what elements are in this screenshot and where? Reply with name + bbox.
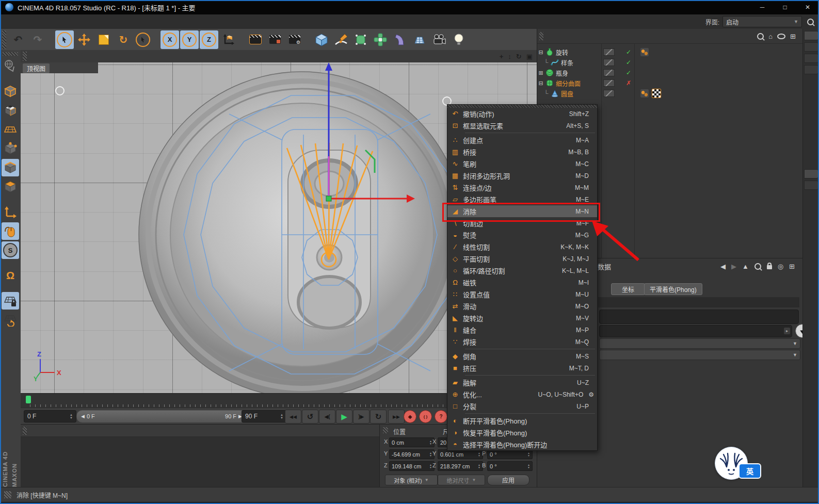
context-menu-item[interactable]: ∷ 设置点值 M~U xyxy=(447,288,597,300)
disabled-cross-icon[interactable]: ✗ xyxy=(626,79,631,87)
context-menu-item[interactable]: ■ 挤压 M~T, D xyxy=(447,362,597,374)
add-deformer-button[interactable] xyxy=(391,30,409,49)
context-menu-item[interactable]: ∴ 创建点 M~A xyxy=(447,134,597,146)
dock-tab[interactable] xyxy=(804,65,818,74)
redo-button[interactable]: ↷ xyxy=(28,30,47,49)
goto-start-button[interactable]: ◀◀ xyxy=(285,410,301,424)
attribute-input-field[interactable] xyxy=(599,310,799,324)
timeline-playhead[interactable] xyxy=(26,396,31,403)
view-label[interactable]: 顶视图 xyxy=(23,63,50,73)
object-manager-grip[interactable] xyxy=(539,32,543,40)
add-primitive-cube-button[interactable] xyxy=(312,30,331,49)
play-forward-loop-button[interactable]: ↻ xyxy=(370,410,387,424)
context-menu-item[interactable]: ◇ 平面切割 K~J, M~J xyxy=(447,253,597,265)
move-tool-button[interactable] xyxy=(75,30,93,49)
context-menu-item[interactable]: ∖ 切割边 M~F xyxy=(447,217,597,229)
enabled-check-icon[interactable]: ✓ xyxy=(626,59,631,66)
maximize-button[interactable]: □ xyxy=(774,0,796,14)
pos-x-field[interactable]: 0 cm▲▼ xyxy=(389,437,435,447)
lock-x-axis-button[interactable]: X xyxy=(160,30,179,49)
object-row-disc[interactable]: └ 圆盘 xyxy=(537,88,803,99)
mode-toolbar-grip[interactable] xyxy=(3,52,18,56)
make-editable-button[interactable] xyxy=(2,57,19,75)
model-mode-button[interactable] xyxy=(2,83,19,100)
object-row-spline[interactable]: └ 样条 ✓ xyxy=(537,57,803,68)
coordinate-system-button[interactable] xyxy=(219,30,238,49)
viewport-solo-mouse-button[interactable] xyxy=(2,222,19,240)
home-icon[interactable]: ⌂ xyxy=(768,32,773,40)
context-menu-item[interactable]: ⇅ 连接点/边 M~M xyxy=(447,182,597,193)
enabled-check-icon[interactable]: ✓ xyxy=(626,69,631,76)
stepper-icon[interactable]: ▲▼ xyxy=(527,464,530,469)
size-mode-select[interactable]: 绝对尺寸▼ xyxy=(438,475,485,485)
rot-b-field[interactable]: 0 °▲▼ xyxy=(487,461,533,471)
undo-button[interactable]: ↶ xyxy=(9,30,27,49)
attribute-dropdown[interactable]: ▼ xyxy=(599,338,800,349)
texture-mode-button[interactable] xyxy=(2,102,19,119)
context-menu-item[interactable]: ⊡ 框显选取元素 Alt+S, S xyxy=(447,120,597,132)
previous-key-button[interactable]: ◀( xyxy=(319,410,335,424)
pos-z-field[interactable]: 109.148 cm▲▼ xyxy=(389,461,435,471)
object-row-subdivision-surface[interactable]: ⊟ 细分曲面 ✗ xyxy=(537,78,803,88)
context-menu-item[interactable]: ◢ 消除 M~N xyxy=(447,205,597,217)
edges-mode-button[interactable] xyxy=(2,159,19,176)
history-back-icon[interactable]: ◀ xyxy=(720,263,726,270)
material-list-area[interactable] xyxy=(21,437,379,487)
stepper-icon[interactable]: ▲▼ xyxy=(429,464,432,469)
ime-language-badge[interactable]: 英 xyxy=(738,463,761,479)
close-button[interactable]: ✕ xyxy=(796,0,819,14)
collapse-icon[interactable]: ⊟ xyxy=(537,80,544,87)
play-button[interactable]: ▶ xyxy=(336,410,352,424)
end-frame-field[interactable]: 90 F ▲▼ xyxy=(242,410,287,422)
context-menu-item[interactable]: ∕ 线性切割 K~K, M~K xyxy=(447,241,597,253)
points-mode-button[interactable] xyxy=(2,140,19,157)
dock-tab[interactable] xyxy=(804,31,818,40)
dock-tab[interactable] xyxy=(804,54,818,63)
tab-phong-shading[interactable]: 平滑着色(Phong) xyxy=(644,283,702,295)
tab-coordinates[interactable]: 坐标 xyxy=(611,283,645,295)
coordinates-grip[interactable] xyxy=(383,427,388,433)
maximize-view-icon[interactable]: ▣ xyxy=(526,53,533,60)
dock-tab[interactable] xyxy=(804,169,818,178)
context-menu-item[interactable]: ◒ 熨烫 M~G xyxy=(447,229,597,241)
history-forward-icon[interactable]: ▶ xyxy=(731,263,736,270)
attribute-link-field[interactable]: ▸ xyxy=(599,325,792,337)
point-handle[interactable] xyxy=(56,87,64,95)
layer-box[interactable] xyxy=(603,59,615,66)
keyframe-selection-button[interactable]: ? xyxy=(435,410,447,423)
expand-icon[interactable]: ⊞ xyxy=(537,70,544,76)
last-used-tool-button[interactable] xyxy=(134,30,152,49)
add-spline-pen-button[interactable] xyxy=(332,30,350,49)
stepper-icon[interactable]: ▲▼ xyxy=(478,452,480,457)
render-settings-button[interactable]: ⚙ xyxy=(285,30,304,49)
material-manager-grip[interactable] xyxy=(23,427,27,435)
polygons-mode-button[interactable] xyxy=(2,178,19,196)
live-selection-button[interactable] xyxy=(55,30,74,49)
context-menu-item[interactable]: ⊕ 优化... U~O, U~Shift+O ⚙ xyxy=(447,388,597,400)
lock-workplane-button[interactable] xyxy=(2,292,19,310)
size-z-field[interactable]: 218.297 cm▲▼ xyxy=(438,461,483,471)
eye-icon[interactable] xyxy=(777,34,785,39)
context-menu-item[interactable]: ∵ 焊接 M~Q xyxy=(447,336,597,348)
autokey-button[interactable]: ( ) xyxy=(419,410,432,423)
context-menu-item[interactable]: ‖ 缝合 M~P xyxy=(447,324,597,336)
play-backwards-button[interactable]: ↺ xyxy=(302,410,318,424)
stepper-icon[interactable]: ▲▼ xyxy=(429,440,432,445)
layer-box[interactable] xyxy=(603,69,615,76)
context-menu-item[interactable]: ▱ 多边形画笔 M~E xyxy=(447,193,597,205)
toolbar-grip[interactable] xyxy=(2,30,6,49)
pos-y-field[interactable]: -54.699 cm▲▼ xyxy=(389,449,435,459)
search-icon[interactable] xyxy=(754,263,761,270)
context-menu-item[interactable]: □ 分裂 U~P xyxy=(447,400,597,412)
context-menu-item[interactable]: ⇄ 滑动 M~O xyxy=(447,300,597,312)
target-icon[interactable]: ◎ xyxy=(778,263,783,270)
context-menu-item[interactable]: ↶ 撤销(动作) Shift+Z xyxy=(447,108,597,120)
texture-tag[interactable] xyxy=(652,89,661,98)
context-menu-item[interactable]: Ω 磁铁 M~I xyxy=(447,277,597,288)
workplane-mode-button[interactable] xyxy=(2,121,19,138)
dock-tab[interactable] xyxy=(804,181,818,190)
tag-orange-dots[interactable] xyxy=(640,89,649,97)
object-row-lathe[interactable]: ⊟ 旋转 ✓ xyxy=(537,47,803,57)
range-left-icon[interactable]: ◀ xyxy=(81,414,85,419)
tag-orange-dots[interactable] xyxy=(640,48,649,56)
